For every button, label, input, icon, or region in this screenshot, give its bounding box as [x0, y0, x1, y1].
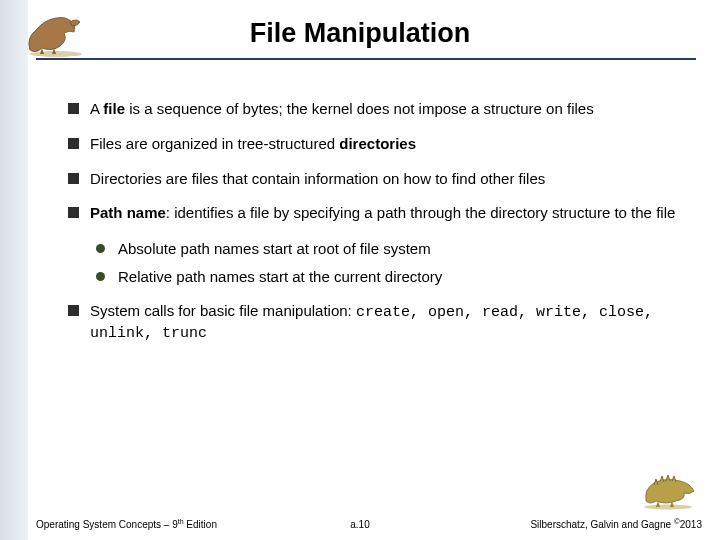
- subbullet-relative-path: Relative path names start at the current…: [96, 267, 688, 287]
- bullet-path-name: Path name: identifies a file by specifyi…: [68, 204, 688, 223]
- text: is a sequence of bytes; the kernel does …: [125, 100, 594, 117]
- slide-title: File Manipulation: [0, 18, 720, 49]
- content-area: A file is a sequence of bytes; the kerne…: [68, 100, 688, 360]
- text: Silberschatz, Galvin and Gagne: [530, 519, 673, 530]
- bold: file: [103, 100, 125, 117]
- bullet-directories-files: Directories are files that contain infor…: [68, 170, 688, 189]
- subbullet-absolute-path: Absolute path names start at root of fil…: [96, 239, 688, 259]
- round-bullet-icon: [96, 244, 105, 253]
- round-bullet-icon: [96, 272, 105, 281]
- square-bullet-icon: [68, 138, 79, 149]
- title-underline: [36, 58, 696, 60]
- text: Relative path names start at the current…: [118, 268, 442, 285]
- square-bullet-icon: [68, 305, 79, 316]
- bullet-file-definition: A file is a sequence of bytes; the kerne…: [68, 100, 688, 119]
- text: System calls for basic file manipulation…: [90, 302, 356, 319]
- square-bullet-icon: [68, 173, 79, 184]
- text: A: [90, 100, 103, 117]
- text: 2013: [680, 519, 702, 530]
- footer-copyright: Silberschatz, Galvin and Gagne ©2013: [530, 517, 702, 530]
- text: : identifies a file by specifying a path…: [166, 204, 675, 221]
- text: Files are organized in tree-structured: [90, 135, 339, 152]
- svg-point-1: [644, 505, 692, 510]
- left-sidebar-gradient: [0, 0, 28, 540]
- bullet-system-calls: System calls for basic file manipulation…: [68, 302, 688, 344]
- dinosaur-bottom-right-icon: [640, 465, 700, 510]
- square-bullet-icon: [68, 103, 79, 114]
- square-bullet-icon: [68, 207, 79, 218]
- bullet-directories: Files are organized in tree-structured d…: [68, 135, 688, 154]
- text: Directories are files that contain infor…: [90, 170, 545, 187]
- slide: File Manipulation A file is a sequence o…: [0, 0, 720, 540]
- bold: directories: [339, 135, 416, 152]
- bold: Path name: [90, 204, 166, 221]
- text: Absolute path names start at root of fil…: [118, 240, 431, 257]
